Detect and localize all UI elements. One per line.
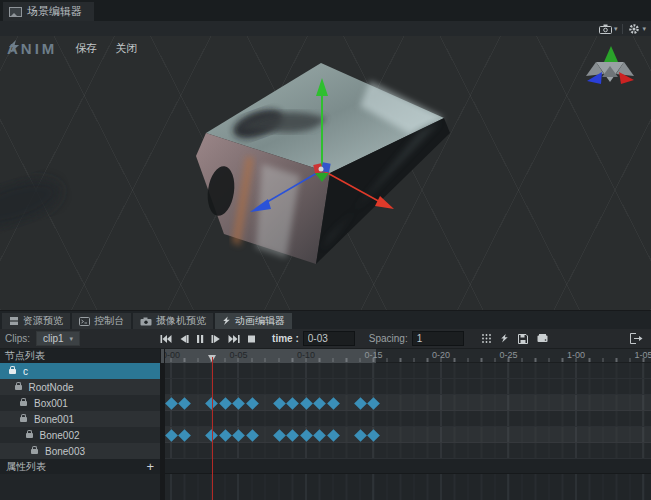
properties-header-label: 属性列表 bbox=[6, 460, 46, 474]
save-disk-button[interactable] bbox=[518, 334, 528, 344]
clip-select[interactable]: clip1 ▾ bbox=[36, 331, 80, 346]
timeline-area: 节点列表 cRootNodeBox001Bone001Bone002Bone00… bbox=[0, 349, 651, 500]
node-label: Bone001 bbox=[34, 414, 74, 425]
scene-icon bbox=[9, 7, 22, 17]
tab-label: 资源预览 bbox=[23, 314, 63, 328]
ruler-label: 0-05 bbox=[229, 350, 247, 360]
spacing-input[interactable] bbox=[412, 331, 464, 346]
step-forward-button[interactable] bbox=[211, 334, 221, 344]
skip-start-button[interactable] bbox=[160, 334, 172, 344]
camera-preview-icon bbox=[140, 317, 152, 326]
tab-label: 摄像机预览 bbox=[156, 314, 206, 328]
ruler-label: 0-10 bbox=[297, 350, 315, 360]
add-property-button[interactable]: + bbox=[146, 460, 154, 473]
camera-button[interactable]: ▾ bbox=[599, 24, 618, 34]
close-button[interactable]: 关闭 bbox=[115, 41, 137, 56]
properties-row-extension bbox=[165, 459, 651, 474]
axis-y-icon bbox=[604, 46, 618, 62]
timeline-bottom-grid bbox=[165, 474, 651, 500]
export-button[interactable] bbox=[630, 333, 643, 344]
anim-controls-row: Clips: clip1 ▾ time : Spacing: bbox=[0, 329, 651, 349]
gear-caret-icon: ▾ bbox=[642, 25, 646, 32]
bottom-panel: 资源预览控制台摄像机预览动画编辑器 Clips: clip1 ▾ time : … bbox=[0, 310, 651, 500]
time-label: time : bbox=[272, 333, 299, 344]
node-label: Bone002 bbox=[40, 430, 80, 441]
node-row-c[interactable]: c bbox=[0, 363, 160, 379]
clips-label: Clips: bbox=[5, 333, 30, 344]
anim-icon bbox=[222, 316, 231, 326]
ruler-label: 0-00 bbox=[165, 350, 180, 360]
node-row-Bone002[interactable]: Bone002 bbox=[0, 427, 160, 443]
node-row-Bone001[interactable]: Bone001 bbox=[0, 411, 160, 427]
node-icon bbox=[20, 417, 27, 422]
panel-tabs: 资源预览控制台摄像机预览动画编辑器 bbox=[0, 311, 651, 329]
node-icon bbox=[26, 433, 33, 438]
anim-logo: ANIM bbox=[7, 40, 57, 57]
resource-icon bbox=[9, 316, 19, 326]
textured-box bbox=[0, 63, 450, 264]
scene-editor-window: 场景编辑器 ▾ ▾ bbox=[0, 0, 651, 500]
3d-viewport[interactable]: ANIM 保存 关闭 bbox=[0, 36, 651, 310]
ruler-label: 1-00 bbox=[567, 350, 585, 360]
save-button[interactable]: 保存 bbox=[75, 41, 97, 56]
clip-caret-icon: ▾ bbox=[70, 335, 74, 342]
toolstrip: ▾ ▾ bbox=[0, 21, 651, 36]
anim-toolbar-icons bbox=[482, 333, 548, 344]
properties-header-row: 属性列表 + bbox=[0, 459, 160, 474]
node-label: RootNode bbox=[29, 382, 74, 393]
tab-anim[interactable]: 动画编辑器 bbox=[215, 313, 292, 329]
camera-caret-icon: ▾ bbox=[614, 25, 618, 32]
node-label: Bone003 bbox=[45, 446, 85, 457]
time-input[interactable] bbox=[303, 331, 355, 346]
anim-toolbar: ANIM 保存 关闭 bbox=[7, 40, 137, 57]
tab-label: 控制台 bbox=[94, 314, 124, 328]
tab-camera-preview[interactable]: 摄像机预览 bbox=[133, 313, 213, 329]
node-icon bbox=[9, 369, 16, 374]
scene-tab-label: 场景编辑器 bbox=[27, 4, 82, 19]
top-tab-bar: 场景编辑器 bbox=[0, 0, 651, 21]
spacing-label: Spacing: bbox=[369, 333, 408, 344]
node-row-RootNode[interactable]: RootNode bbox=[0, 379, 160, 395]
ruler-label: 0-20 bbox=[432, 350, 450, 360]
node-label: c bbox=[23, 366, 28, 377]
node-icon bbox=[31, 449, 38, 454]
timeline-ruler[interactable]: 0-000-050-100-150-200-251-001-05 bbox=[165, 349, 651, 363]
ruler-label: 1-05 bbox=[634, 350, 651, 360]
lightning-icon bbox=[7, 40, 21, 54]
node-row-Bone003[interactable]: Bone003 bbox=[0, 443, 160, 459]
node-list-header: 节点列表 bbox=[0, 349, 160, 363]
transport-controls bbox=[160, 334, 256, 344]
node-list-panel: 节点列表 cRootNodeBox001Bone001Bone002Bone00… bbox=[0, 349, 160, 500]
lightning-button[interactable] bbox=[500, 333, 509, 344]
node-row-Box001[interactable]: Box001 bbox=[0, 395, 160, 411]
step-back-button[interactable] bbox=[179, 334, 189, 344]
export-icon bbox=[630, 333, 643, 344]
node-icon bbox=[15, 385, 22, 390]
tab-resource[interactable]: 资源预览 bbox=[2, 313, 70, 329]
node-list: cRootNodeBox001Bone001Bone002Bone003 bbox=[0, 363, 160, 459]
tab-console[interactable]: 控制台 bbox=[72, 313, 131, 329]
gear-button[interactable]: ▾ bbox=[628, 23, 646, 35]
scene-render bbox=[0, 36, 651, 310]
node-icon bbox=[20, 401, 27, 406]
ruler-label: 0-15 bbox=[364, 350, 382, 360]
orientation-gizmo bbox=[586, 46, 634, 84]
skip-end-button[interactable] bbox=[228, 334, 240, 344]
console-icon bbox=[79, 317, 90, 326]
playhead-line[interactable] bbox=[212, 357, 213, 500]
gear-icon bbox=[628, 23, 640, 35]
open-disk-button[interactable] bbox=[537, 334, 548, 343]
keyframe-tracks[interactable] bbox=[165, 363, 651, 459]
gutter-scrollbar[interactable] bbox=[161, 349, 164, 363]
strip-divider bbox=[622, 24, 623, 34]
grid-dots-button[interactable] bbox=[482, 334, 491, 343]
ruler-label: 0-25 bbox=[499, 350, 517, 360]
node-label: Box001 bbox=[34, 398, 68, 409]
tab-label: 动画编辑器 bbox=[235, 314, 285, 328]
stop-button[interactable] bbox=[247, 334, 256, 344]
timeline-tracks-panel: 0-000-050-100-150-200-251-001-05 bbox=[165, 349, 651, 500]
pause-button[interactable] bbox=[196, 334, 204, 344]
tab-scene-editor[interactable]: 场景编辑器 bbox=[3, 2, 94, 21]
clip-selected-value: clip1 bbox=[43, 333, 64, 344]
camera-icon bbox=[599, 24, 612, 34]
